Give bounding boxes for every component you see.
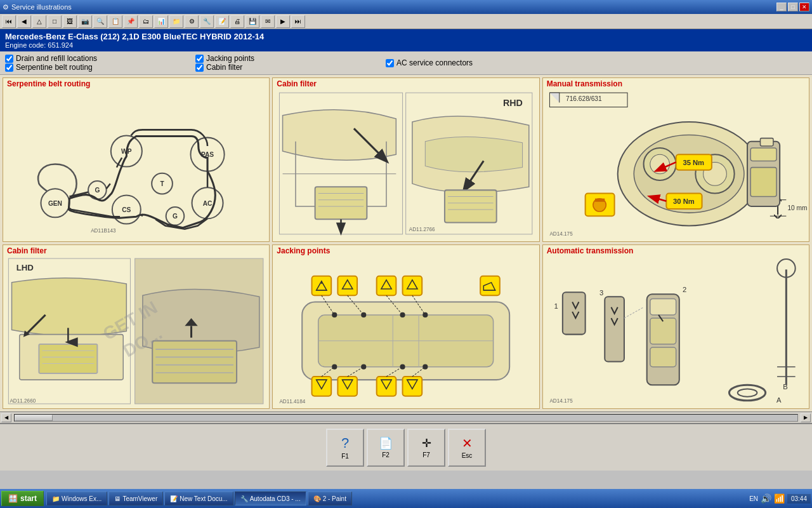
toolbar-btn-next[interactable]: ▶ (276, 15, 290, 28)
f7-button[interactable]: ✛ F7 (407, 429, 445, 467)
checkbox-serpentine: Serpentine belt routing (5, 63, 176, 72)
svg-rect-115 (650, 298, 676, 315)
toolbar-btn-img11[interactable]: 📝 (215, 15, 229, 28)
svg-rect-21 (315, 187, 367, 219)
checkbox-serpentine-label: Serpentine belt routing (16, 63, 93, 72)
maximize-button[interactable]: □ (788, 3, 798, 11)
lang-indicator: EN (749, 495, 758, 502)
start-button[interactable]: 🪟 start (1, 491, 44, 506)
checkbox-jacking-input[interactable] (195, 55, 204, 63)
textdoc-label: New Text Docu... (180, 495, 227, 502)
svg-text:35 Nm: 35 Nm (683, 159, 704, 166)
toolbar-btn-back[interactable]: ⏮ (2, 15, 16, 28)
jacking-svg: AD11.4184 (273, 257, 539, 406)
checkbox-drain: Drain and refill locations (5, 54, 176, 63)
checkbox-serpentine-input[interactable] (5, 64, 13, 72)
manual-trans-svg: 716.628/631 35 Nm (543, 90, 809, 239)
svg-text:AD11.2660: AD11.2660 (10, 398, 36, 404)
f2-button[interactable]: 📄 F2 (367, 429, 405, 467)
toolbar-btn-img10[interactable]: 🔧 (200, 15, 214, 28)
teamviewer-label: TeamViewer (122, 495, 157, 502)
toolbar-btn-img13[interactable]: 💾 (246, 15, 259, 28)
svg-rect-55 (760, 138, 773, 146)
f1-button[interactable]: ? F1 (326, 429, 364, 467)
taskbar-item-textdoc[interactable]: 📝 New Text Docu... (164, 491, 233, 505)
svg-point-105 (423, 364, 428, 370)
toolbar-btn-img1[interactable]: 🖼 (63, 15, 77, 28)
engine-code: Engine code: 651.924 (5, 41, 807, 49)
panel-auto-trans-content: 1 3 2 (543, 257, 809, 406)
scroll-thumb[interactable] (15, 415, 53, 421)
panel-cabin-rhd: Cabin filter (272, 77, 539, 242)
svg-text:AD11.2766: AD11.2766 (409, 227, 435, 232)
taskbar-item-paint[interactable]: 🎨 2 - Paint (308, 491, 352, 505)
checkbox-drain-label: Drain and refill locations (16, 54, 97, 63)
checkbox-jacking: Jacking points (195, 54, 367, 63)
esc-button[interactable]: ✕ Esc (448, 429, 486, 467)
svg-rect-61 (39, 344, 97, 373)
toolbar-btn-img7[interactable]: 📊 (154, 15, 168, 28)
toolbar-btn-img12[interactable]: 🖨 (230, 15, 244, 28)
close-button[interactable]: ✕ (799, 3, 809, 11)
main-content: Serpentine belt routing GEN CS T G G (0, 75, 812, 411)
svg-text:T: T (160, 180, 164, 187)
svg-rect-109 (563, 292, 586, 334)
app-icon: ⚙ (3, 3, 9, 11)
toolbar-btn-img8[interactable]: 📁 (169, 15, 183, 28)
toolbar-btn-img6[interactable]: 🗂 (139, 15, 153, 28)
svg-text:30 Nm: 30 Nm (673, 197, 695, 205)
minimize-button[interactable]: _ (776, 3, 787, 11)
scroll-left-button[interactable]: ◀ (1, 413, 11, 422)
panel-cabin-lhd-title: Cabin filter (3, 245, 269, 257)
toolbar-btn-end[interactable]: ⏭ (291, 15, 305, 28)
svg-rect-43 (595, 199, 605, 202)
checkbox-cabin-input[interactable] (195, 64, 204, 72)
scroll-right-button[interactable]: ▶ (801, 413, 811, 422)
auto-trans-svg: 1 3 2 (543, 257, 809, 406)
svg-text:AD11B143: AD11B143 (91, 228, 116, 234)
taskbar-right: EN 🔊 📶 03:44 (749, 493, 811, 504)
toolbar-btn-img4[interactable]: 📋 (108, 15, 122, 28)
toolbar-btn-prev[interactable]: ◀ (17, 15, 31, 28)
toolbar: ⏮ ◀ △ □ 🖼 📷 🔍 📋 📌 🗂 📊 📁 ⚙ 🔧 📝 🖨 💾 ✉ ▶ ⏭ (0, 14, 812, 29)
panel-cabin-lhd-content: LHD (3, 257, 269, 406)
toolbar-btn-img9[interactable]: ⚙ (185, 15, 199, 28)
clock: 03:44 (787, 494, 811, 504)
toolbar-btn-square[interactable]: □ (48, 15, 62, 28)
panel-jacking: Jacking points (272, 244, 539, 409)
toolbar-btn-triangle[interactable]: △ (32, 15, 46, 28)
toolbar-btn-img5[interactable]: 📌 (124, 15, 138, 28)
svg-point-103 (361, 364, 366, 370)
taskbar-item-autodata[interactable]: 🔧 Autodata CD3 - ... (235, 491, 306, 505)
title-bar-buttons: _ □ ✕ (776, 3, 809, 11)
svg-rect-53 (750, 148, 776, 161)
svg-text:G: G (173, 213, 178, 220)
toolbar-btn-img14[interactable]: ✉ (261, 15, 275, 28)
autodata-label: Autodata CD3 - ... (250, 495, 301, 502)
svg-text:1: 1 (554, 302, 558, 310)
start-icon: 🪟 (8, 494, 18, 503)
svg-rect-80 (312, 276, 332, 296)
svg-text:AD11.4184: AD11.4184 (280, 399, 306, 404)
taskbar-item-teamviewer[interactable]: 🖥 TeamViewer (108, 491, 163, 505)
checkbox-drain-input[interactable] (5, 55, 13, 63)
bottom-toolbar: ? F1 📄 F2 ✛ F7 ✕ Esc (0, 423, 812, 471)
svg-point-98 (332, 312, 337, 318)
toolbar-btn-img2[interactable]: 📷 (78, 15, 92, 28)
esc-icon: ✕ (462, 436, 473, 451)
panel-auto-trans: Automatic transmission 1 3 (542, 244, 809, 409)
panel-manual-trans-title: Manual transmission (543, 78, 809, 90)
scroll-track[interactable] (14, 414, 798, 422)
taskbar: 🪟 start 📁 Windows Ex... 🖥 TeamViewer 📝 N… (0, 489, 812, 508)
cabin-lhd-svg: LHD (3, 257, 269, 406)
taskbar-item-explorer[interactable]: 📁 Windows Ex... (46, 491, 107, 505)
svg-rect-116 (650, 318, 676, 344)
checkbox-ac-input[interactable] (386, 59, 394, 67)
title-bar: ⚙ Service illustrations _ □ ✕ (0, 0, 812, 14)
svg-text:LHD: LHD (16, 263, 34, 272)
panel-serpentine-content: GEN CS T G G WP PAS (3, 90, 269, 239)
checkbox-cabin: Cabin filter (195, 63, 367, 72)
toolbar-btn-img3[interactable]: 🔍 (93, 15, 107, 28)
explorer-label: Windows Ex... (62, 495, 102, 502)
f1-label: F1 (341, 453, 349, 460)
